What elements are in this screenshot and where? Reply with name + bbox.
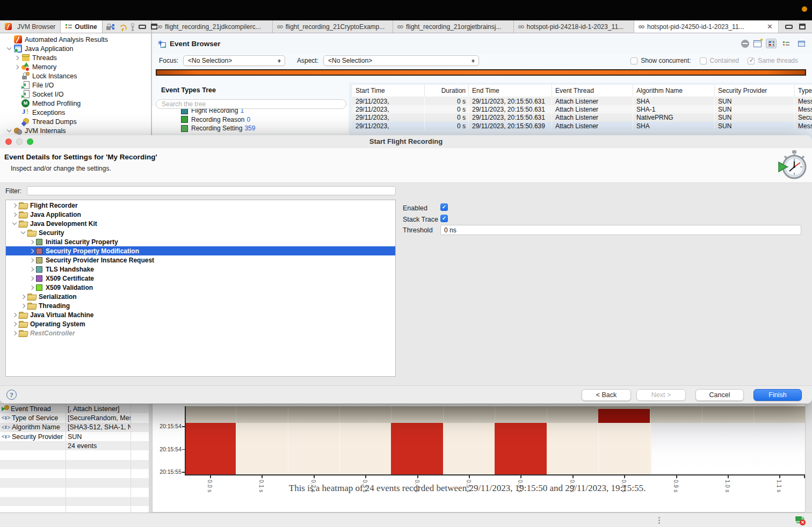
enabled-checkbox[interactable]: ✓	[440, 203, 448, 211]
chevron-right-icon[interactable]	[30, 248, 34, 253]
back-button[interactable]: < Back	[582, 389, 631, 401]
settings-tree-item-java-virtual-machine[interactable]: Java Virtual Machine	[6, 310, 395, 319]
sidebar-item-socket-i-o[interactable]: Socket I/O	[0, 90, 151, 99]
filter-input[interactable]	[27, 186, 396, 195]
settings-tree-item-operating-system[interactable]: Operating System	[6, 319, 395, 328]
settings-tree-item-x509-validation[interactable]: X509 Validation	[6, 283, 395, 292]
table-row[interactable]: 29/11/2023,0 s29/11/2023, 20:15:50.631At…	[352, 105, 812, 113]
property-row[interactable]: Event Thread[, Attach Listener]	[0, 404, 149, 413]
chevron-down-icon[interactable]	[21, 230, 25, 234]
chevron-right-icon[interactable]	[30, 276, 34, 280]
settings-tree-item-initial-security-property[interactable]: Initial Security Property	[6, 237, 395, 246]
chevron-right-icon[interactable]	[12, 331, 17, 335]
settings-tree-item-restcontroller[interactable]: RestController	[6, 328, 395, 338]
property-row[interactable]: <>Type of Service[SecureRandom, Mess	[0, 413, 149, 422]
editor-tab[interactable]: hotspot-pid-24250-id-1-2023_11...✕	[634, 20, 779, 33]
chevron-down-icon[interactable]	[12, 221, 17, 225]
sidebar-item-lock-instances[interactable]: Lock Instances	[0, 71, 151, 80]
chevron-right-icon[interactable]	[12, 312, 17, 317]
chevron-right-icon[interactable]	[30, 285, 34, 289]
column-header[interactable]: Event Thread	[552, 85, 633, 97]
sidebar-item-thread-dumps[interactable]: Thread Dumps	[0, 117, 151, 126]
settings-tree-item-flight-recorder[interactable]: Flight Recorder	[6, 201, 395, 210]
heatmap-cell[interactable]	[185, 423, 236, 474]
settings-tree-item-x509-certificate[interactable]: X509 Certificate	[6, 274, 395, 283]
settings-tree-item-tls-handshake[interactable]: TLS Handshake	[6, 265, 395, 274]
settings-tree-item-serialization[interactable]: Serialization	[6, 292, 395, 301]
tab-jvm-browser[interactable]: JVM Browser	[0, 20, 61, 33]
sidebar-item-java-application[interactable]: Java Application	[0, 44, 151, 53]
type-tree-item[interactable]: Recording Reason0	[152, 115, 348, 125]
settings-tree-item-security-property-modification[interactable]: Security Property Modification	[6, 246, 395, 255]
focus-dropdown[interactable]: <No Selection>	[183, 55, 285, 66]
type-tree-item[interactable]: Recording Setting359	[152, 124, 348, 133]
chevron-right-icon[interactable]	[15, 55, 19, 60]
chevron-right-icon[interactable]	[30, 239, 34, 244]
collapse-all-icon[interactable]	[119, 24, 126, 30]
settings-tree-item-security-provider-instance-request[interactable]: Security Provider Instance Request	[6, 255, 395, 265]
column-header[interactable]: Security Provider	[715, 85, 795, 97]
editor-tab[interactable]: flight_recording_21CryptoExamp...	[273, 20, 394, 33]
chevron-right-icon[interactable]	[12, 203, 17, 207]
sidebar-item-automated-analysis-results[interactable]: Automated Analysis Results	[0, 35, 151, 44]
table-row[interactable]: 29/11/2023,0 s29/11/2023, 20:15:50.639At…	[352, 122, 812, 130]
finish-button[interactable]: Finish	[753, 389, 802, 401]
show-concurrent-checkbox[interactable]: Show concurrent:	[630, 57, 691, 64]
threshold-input[interactable]	[440, 225, 801, 235]
sidebar-item-jvm-internals[interactable]: JVM Internals	[0, 126, 151, 135]
status-handle-icon[interactable]	[658, 517, 660, 518]
dialog-title-bar[interactable]: Start Flight Recording	[0, 135, 812, 148]
settings-tree-item-security[interactable]: Security	[6, 228, 395, 237]
next-button[interactable]: Next >	[636, 389, 686, 401]
remove-filter-icon[interactable]	[741, 40, 749, 48]
search-input[interactable]: Search the tree	[156, 99, 346, 109]
maximize-editor-icon[interactable]	[799, 24, 806, 30]
chevron-right-icon[interactable]	[30, 267, 34, 271]
progress-layers-icon[interactable]: ✕	[795, 516, 803, 522]
lock-tree-icon[interactable]	[106, 23, 114, 31]
link-icon[interactable]	[131, 23, 134, 31]
heatmap-cell[interactable]	[598, 409, 650, 423]
chevron-down-icon[interactable]	[7, 128, 11, 132]
table-row[interactable]: 29/11/2023,0 s29/11/2023, 20:15:50.631At…	[352, 97, 812, 105]
chevron-right-icon[interactable]	[30, 258, 34, 262]
property-row[interactable]: <>Security ProviderSUN	[0, 432, 149, 441]
stack-trace-checkbox[interactable]: ✓	[440, 215, 448, 222]
column-header[interactable]: Algorithm Name	[633, 85, 715, 97]
sidebar-item-exceptions[interactable]: Exceptions	[0, 108, 151, 117]
sidebar-item-method-profiling[interactable]: Method Profiling	[0, 99, 151, 108]
minimize-editor-icon[interactable]	[785, 25, 793, 29]
list-view-button[interactable]	[781, 39, 792, 48]
contained-checkbox[interactable]: Contained	[700, 57, 740, 64]
editor-tab[interactable]: hotspot-pid-24218-id-1-2023_11...	[514, 20, 635, 33]
sidebar-item-threads[interactable]: Threads	[0, 53, 151, 62]
property-row[interactable]: 24 events	[0, 441, 149, 450]
editor-tab[interactable]: flight_recording_21jdkcompilerc...	[152, 20, 273, 33]
help-button[interactable]: ?	[6, 390, 17, 400]
sidebar-item-memory[interactable]: Memory	[0, 62, 151, 71]
column-header[interactable]: Type	[795, 85, 812, 97]
settings-tree-item-threading[interactable]: Threading	[6, 301, 395, 310]
heatmap-cell[interactable]	[391, 423, 443, 474]
chevron-right-icon[interactable]	[21, 303, 25, 308]
chevron-right-icon[interactable]	[15, 64, 19, 69]
chevron-right-icon[interactable]	[12, 212, 17, 216]
time-range-selector[interactable]	[156, 69, 806, 76]
close-tab-icon[interactable]: ✕	[766, 23, 774, 31]
same-threads-checkbox[interactable]: Same threads	[748, 57, 798, 64]
property-row[interactable]: <>Algorithm Name[SHA3-512, SHA-1, Na	[0, 423, 149, 432]
aspect-dropdown[interactable]: <No Selection>	[323, 55, 479, 66]
chevron-right-icon[interactable]	[21, 294, 25, 298]
table-view-button[interactable]	[796, 39, 807, 48]
table-row[interactable]: 29/11/2023,0 s29/11/2023, 20:15:50.631At…	[352, 113, 812, 121]
settings-tree-item-java-application[interactable]: Java Application	[6, 210, 395, 219]
column-header[interactable]: Start Time	[352, 85, 425, 97]
heatmap-cell[interactable]	[495, 423, 546, 474]
column-header[interactable]: End Time	[469, 85, 552, 97]
chevron-down-icon[interactable]	[7, 46, 11, 50]
chevron-right-icon[interactable]	[12, 321, 17, 326]
cancel-button[interactable]: Cancel	[695, 389, 744, 401]
new-page-icon[interactable]	[753, 40, 762, 47]
settings-tree-item-java-development-kit[interactable]: Java Development Kit	[6, 219, 395, 228]
sidebar-item-file-i-o[interactable]: File I/O	[0, 80, 151, 90]
